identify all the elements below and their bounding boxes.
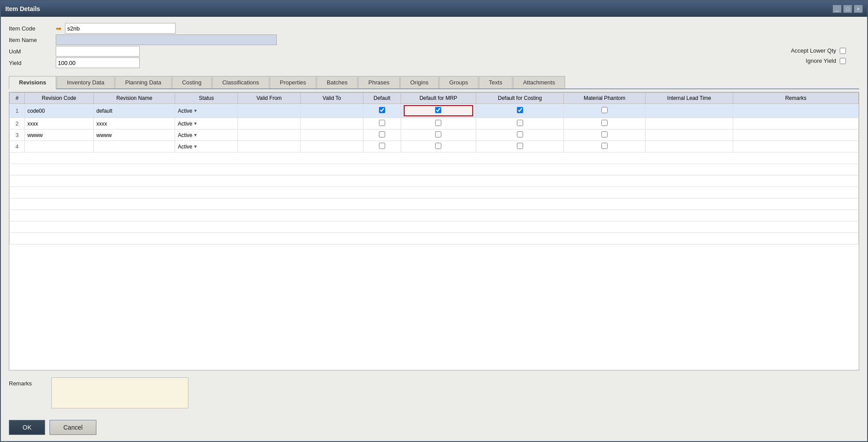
row-default-for-costing — [476, 104, 564, 118]
row-default-costing-checkbox[interactable] — [517, 131, 523, 137]
tab-origins[interactable]: Origins — [400, 76, 439, 88]
item-name-label: Item Name — [9, 37, 53, 43]
cancel-button[interactable]: Cancel — [50, 420, 96, 435]
tab-phrases[interactable]: Phrases — [358, 76, 400, 88]
row-default-costing-checkbox[interactable] — [517, 120, 523, 126]
row-status: Active ▼ — [175, 130, 238, 141]
row-valid-to — [300, 130, 363, 141]
row-valid-from — [238, 141, 301, 152]
tab-classifications[interactable]: Classifications — [212, 76, 269, 88]
ignore-yield-label: Ignore Yield — [774, 57, 836, 64]
remarks-area: Remarks — [9, 377, 859, 408]
status-text: Active — [178, 144, 192, 150]
table-row: 1 code00 default Active ▼ — [10, 104, 859, 118]
item-name-input[interactable] — [56, 34, 277, 45]
accept-lower-qty-checkbox[interactable] — [840, 48, 846, 54]
col-header-revision-name: Revision Name — [94, 93, 175, 104]
top-right-checkboxes: Accept Lower Qty Ignore Yield — [774, 47, 846, 64]
tab-texts[interactable]: Texts — [479, 76, 512, 88]
tab-properties[interactable]: Properties — [270, 76, 316, 88]
row-default — [363, 104, 401, 118]
row-revision-name: xxxx — [94, 118, 175, 130]
row-default-costing-checkbox[interactable] — [517, 107, 523, 113]
row-default-mrp-checkbox[interactable] — [435, 131, 441, 137]
ok-button[interactable]: OK — [9, 420, 45, 435]
close-button[interactable]: × — [854, 5, 863, 13]
col-header-internal-lead-time: Internal Lead Time — [645, 93, 733, 104]
row-remarks — [733, 104, 859, 118]
tab-costing[interactable]: Costing — [172, 76, 212, 88]
row-revision-code: wwww — [25, 130, 94, 141]
main-window: Item Details _ □ × Item Code ➡ Item Name… — [0, 0, 868, 442]
table-row-empty — [10, 187, 859, 198]
yield-label: Yield — [9, 60, 53, 66]
header-area: Item Code ➡ Item Name UoM Yield — [9, 23, 859, 69]
col-header-revision-code: Revision Code — [25, 93, 94, 104]
row-default — [363, 118, 401, 130]
row-default-checkbox[interactable] — [379, 107, 385, 113]
row-default-checkbox[interactable] — [379, 131, 385, 137]
row-default-checkbox[interactable] — [379, 143, 385, 149]
yield-row: Yield — [9, 57, 859, 68]
tab-attachments[interactable]: Attachments — [513, 76, 565, 88]
row-material-phantom-checkbox[interactable] — [601, 107, 608, 113]
table-row-empty — [10, 175, 859, 187]
tab-planning-data[interactable]: Planning Data — [115, 76, 172, 88]
row-default-for-mrp — [401, 118, 476, 130]
ignore-yield-checkbox[interactable] — [840, 58, 846, 64]
item-code-input[interactable] — [65, 23, 176, 34]
col-header-valid-from: Valid From — [238, 93, 301, 104]
maximize-button[interactable]: □ — [843, 5, 852, 13]
row-default-checkbox[interactable] — [379, 120, 385, 126]
yield-input[interactable] — [56, 57, 140, 68]
row-status: Active ▼ — [175, 104, 238, 118]
ignore-yield-row: Ignore Yield — [774, 57, 846, 64]
table-row-empty — [10, 221, 859, 233]
row-revision-code: xxxx — [25, 118, 94, 130]
minimize-button[interactable]: _ — [833, 5, 841, 13]
tab-batches[interactable]: Batches — [317, 76, 358, 88]
revisions-table: # Revision Code Revision Name Status Val… — [9, 92, 859, 244]
status-dropdown-arrow-icon[interactable]: ▼ — [193, 108, 198, 113]
status-dropdown-arrow-icon[interactable]: ▼ — [193, 133, 198, 137]
row-remarks — [733, 141, 859, 152]
col-header-remarks: Remarks — [733, 93, 859, 104]
table-row: 4 Active ▼ — [10, 141, 859, 152]
tab-groups[interactable]: Groups — [439, 76, 478, 88]
row-revision-code: code00 — [25, 104, 94, 118]
row-default-mrp-checkbox[interactable] — [435, 107, 441, 113]
row-valid-to — [300, 118, 363, 130]
status-dropdown-arrow-icon[interactable]: ▼ — [193, 121, 198, 126]
table-row: 2 xxxx xxxx Active ▼ — [10, 118, 859, 130]
row-valid-to — [300, 104, 363, 118]
remarks-textarea[interactable] — [51, 377, 188, 408]
row-material-phantom-checkbox[interactable] — [601, 120, 608, 126]
row-material-phantom-checkbox[interactable] — [601, 143, 608, 149]
revisions-table-container: # Revision Code Revision Name Status Val… — [9, 92, 859, 370]
row-num: 2 — [10, 118, 25, 130]
row-revision-name: wwww — [94, 130, 175, 141]
row-default — [363, 141, 401, 152]
uom-row: UoM — [9, 46, 859, 57]
col-header-num: # — [10, 93, 25, 104]
row-default-costing-checkbox[interactable] — [517, 143, 523, 149]
item-code-label: Item Code — [9, 25, 53, 32]
row-remarks — [733, 130, 859, 141]
row-default-for-mrp — [401, 104, 476, 118]
row-valid-to — [300, 141, 363, 152]
accept-lower-qty-label: Accept Lower Qty — [774, 47, 836, 54]
buttons-row: OK Cancel — [9, 420, 859, 435]
status-dropdown-arrow-icon[interactable]: ▼ — [193, 144, 198, 149]
uom-input[interactable] — [56, 46, 140, 57]
row-default-mrp-checkbox[interactable] — [435, 120, 441, 126]
row-valid-from — [238, 118, 301, 130]
row-default-mrp-checkbox[interactable] — [435, 143, 441, 149]
col-header-material-phantom: Material Phantom — [564, 93, 645, 104]
tab-inventory-data[interactable]: Inventory Data — [57, 76, 115, 88]
row-default-for-costing — [476, 130, 564, 141]
row-material-phantom-checkbox[interactable] — [601, 131, 608, 137]
item-name-row: Item Name — [9, 34, 859, 45]
tab-revisions[interactable]: Revisions — [9, 76, 56, 89]
row-default-for-costing — [476, 141, 564, 152]
table-row: 3 wwww wwww Active ▼ — [10, 130, 859, 141]
